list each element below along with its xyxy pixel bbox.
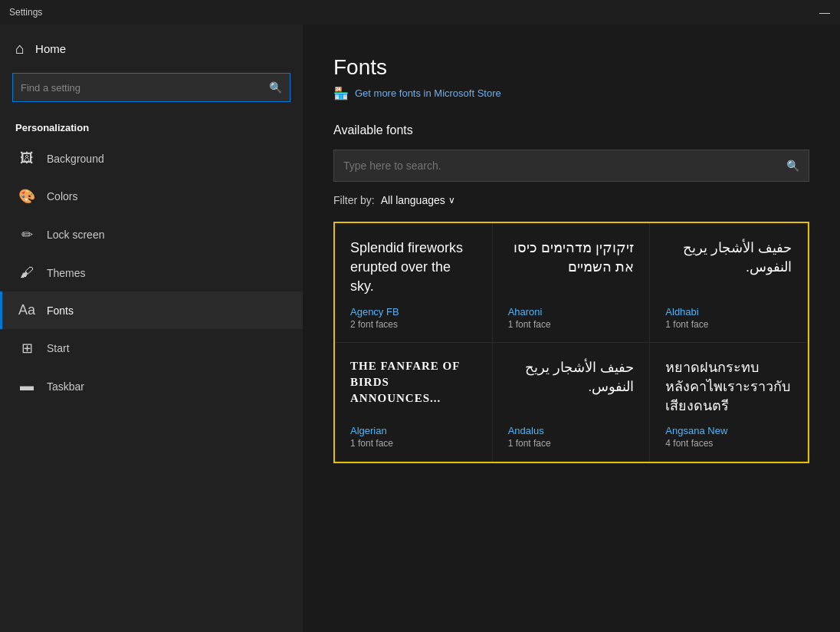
font-card[interactable]: THE FANFARE OF BIRDS ANNOUNCES...Algeria… (335, 343, 493, 462)
minimize-button[interactable]: — (819, 6, 831, 18)
sidebar-item-taskbar[interactable]: ▬Taskbar (0, 367, 303, 405)
store-link[interactable]: 🏪 Get more fonts in Microsoft Store (333, 86, 809, 100)
title-bar: Settings — (0, 0, 840, 25)
filter-value-text: All languages (381, 194, 445, 206)
chevron-down-icon: ∨ (448, 195, 455, 206)
background-icon: 🖼 (18, 150, 36, 166)
font-faces-label: 4 font faces (665, 438, 792, 449)
font-faces-label: 1 font face (350, 438, 477, 449)
font-name-label: Aldhabi (665, 306, 792, 318)
font-faces-label: 1 font face (508, 438, 635, 449)
colors-icon: 🎨 (18, 188, 36, 205)
sidebar-item-fonts[interactable]: AaFonts (0, 291, 303, 329)
sidebar-item-label-background: Background (47, 153, 104, 165)
sidebar-item-label-taskbar: Taskbar (47, 380, 84, 393)
font-card[interactable]: זיקוקין מדהימים כיסו את השמייםAharoni1 f… (493, 223, 651, 343)
search-input[interactable] (21, 82, 269, 94)
font-card[interactable]: حفيف الأشجار يريح النفوس.Aldhabi1 font f… (650, 223, 808, 343)
store-link-text: Get more fonts in Microsoft Store (355, 87, 501, 99)
sidebar-item-colors[interactable]: 🎨Colors (0, 177, 303, 216)
fonts-grid: Splendid fireworks erupted over the sky.… (335, 223, 808, 462)
font-preview: Splendid fireworks erupted over the sky. (350, 239, 477, 297)
fonts-grid-wrapper: Splendid fireworks erupted over the sky.… (333, 222, 809, 463)
font-faces-label: 1 font face (508, 319, 635, 330)
font-name-label: Andalus (508, 425, 635, 436)
font-name: Agency FB2 font faces (350, 306, 477, 330)
font-faces-label: 2 font faces (350, 319, 477, 330)
font-card[interactable]: หยาดฝนกระทบหลังคาไพเราะราวกับเสียงดนตรีA… (650, 343, 808, 462)
font-name: Angsana New4 font faces (665, 425, 792, 449)
main-layout: ⌂ Home 🔍 Personalization 🖼Background🎨Col… (0, 25, 840, 632)
font-name: Andalus1 font face (508, 425, 635, 449)
font-card[interactable]: حفيف الأشجار يريح النفوس.Andalus1 font f… (493, 343, 651, 462)
search-icon: 🔍 (269, 81, 282, 94)
sidebar-item-label-fonts: Fonts (47, 304, 74, 317)
font-search-input[interactable] (343, 160, 786, 172)
sidebar-item-background[interactable]: 🖼Background (0, 140, 303, 177)
font-name-label: Angsana New (665, 425, 792, 436)
filter-value-button[interactable]: All languages ∨ (381, 194, 455, 206)
sidebar-item-label-lock-screen: Lock screen (47, 229, 104, 241)
title-bar-controls: — (819, 6, 831, 18)
sidebar-item-start[interactable]: ⊞Start (0, 329, 303, 367)
start-icon: ⊞ (18, 340, 36, 357)
font-name: Aharoni1 font face (508, 306, 635, 330)
font-name-label: Agency FB (350, 306, 477, 318)
font-search-icon: 🔍 (786, 160, 799, 172)
sidebar-home-button[interactable]: ⌂ Home (0, 25, 303, 70)
font-name: Algerian1 font face (350, 425, 477, 449)
font-search-bar[interactable]: 🔍 (333, 150, 809, 182)
themes-icon: 🖌 (18, 265, 36, 281)
font-faces-label: 1 font face (665, 319, 792, 330)
page-title: Fonts (333, 55, 809, 80)
lock-screen-icon: ✏ (18, 226, 36, 243)
sidebar-item-label-colors: Colors (47, 190, 77, 202)
sidebar-item-label-themes: Themes (47, 267, 86, 279)
sidebar-items-container: 🖼Background🎨Colors✏Lock screen🖌ThemesAaF… (0, 140, 303, 405)
filter-by-label: Filter by: (333, 194, 375, 206)
font-preview: THE FANFARE OF BIRDS ANNOUNCES... (350, 358, 477, 416)
store-icon: 🏪 (333, 86, 349, 100)
sidebar-item-themes[interactable]: 🖌Themes (0, 254, 303, 291)
font-preview: หยาดฝนกระทบหลังคาไพเราะราวกับเสียงดนตรี (665, 358, 792, 416)
sidebar: ⌂ Home 🔍 Personalization 🖼Background🎨Col… (0, 25, 303, 632)
sidebar-section-label: Personalization (0, 114, 303, 140)
font-name: Aldhabi1 font face (665, 306, 792, 330)
font-preview: حفيف الأشجار يريح النفوس. (665, 239, 792, 297)
sidebar-item-label-start: Start (47, 342, 70, 354)
sidebar-home-label: Home (35, 42, 66, 55)
home-icon: ⌂ (15, 40, 25, 58)
font-name-label: Algerian (350, 425, 477, 436)
font-preview: זיקוקין מדהימים כיסו את השמיים (508, 239, 635, 297)
content-area: Fonts 🏪 Get more fonts in Microsoft Stor… (303, 25, 840, 632)
taskbar-icon: ▬ (18, 378, 36, 394)
font-name-label: Aharoni (508, 306, 635, 318)
available-fonts-label: Available fonts (333, 123, 809, 137)
fonts-icon: Aa (18, 302, 36, 318)
font-card[interactable]: Splendid fireworks erupted over the sky.… (335, 223, 493, 343)
search-box[interactable]: 🔍 (12, 73, 290, 102)
sidebar-item-lock-screen[interactable]: ✏Lock screen (0, 216, 303, 254)
title-bar-title: Settings (9, 7, 42, 18)
font-preview: حفيف الأشجار يريح النفوس. (508, 358, 635, 416)
filter-row: Filter by: All languages ∨ (333, 194, 809, 206)
